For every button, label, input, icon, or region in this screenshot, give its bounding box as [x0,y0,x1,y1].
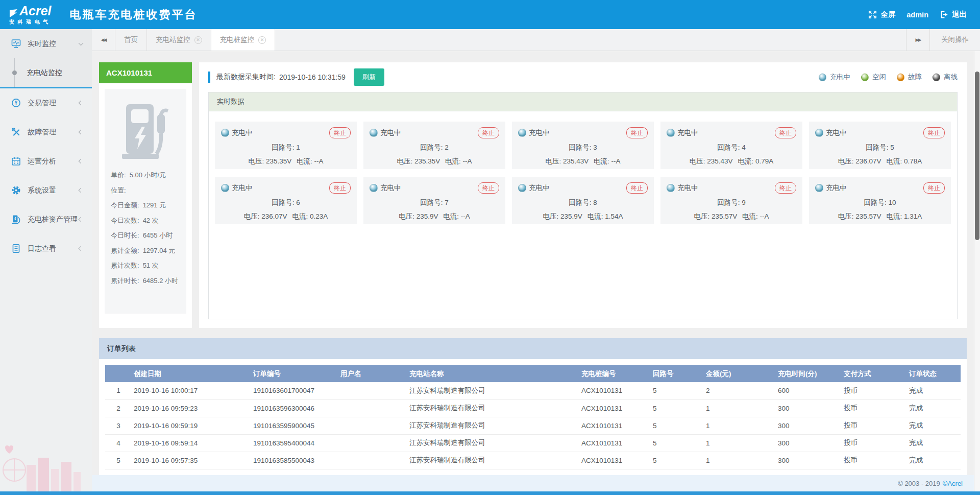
charging-status-ball-icon [221,129,229,137]
terminate-button[interactable]: 终止 [329,127,351,138]
status-ball-icon [933,74,940,81]
cell-charge-minutes: 300 [776,399,842,417]
table-row[interactable]: 2 2019-10-16 09:59:23 1910163596300046 江… [105,399,961,417]
cell-order-number: 1910163601700047 [251,382,338,399]
tab-home[interactable]: 首页 [115,29,147,51]
sidebar-item-transaction-management[interactable]: ¥ 交易管理 [0,88,92,117]
circuit-card: 充电中 终止 回路号: 5 电压: 236.0 [809,122,951,169]
brand-link[interactable]: ©Acrel [943,480,963,487]
scrollbar-thumb[interactable] [975,72,979,240]
current-label: 电流: [738,157,753,165]
circuit-card: 充电中 终止 回路号: 2 电压: 235.3 [363,122,505,169]
chevron-down-icon [79,40,84,45]
cell-order-number: 1910163595900045 [251,417,338,434]
voltage-value: 236.07V [261,213,287,220]
cell-circuit-number: 5 [651,452,704,469]
tab-label: 首页 [124,35,138,44]
cell-charge-minutes: 600 [776,382,842,399]
tab-label: 充电桩监控 [220,35,255,44]
sidebar-item-pile-asset-management[interactable]: 充电桩资产管理 [0,205,92,234]
table-row[interactable]: 4 2019-10-16 09:59:14 1910163595400044 江… [105,434,961,452]
current-user[interactable]: admin [906,11,928,19]
cell-charge-minutes: 300 [776,417,842,434]
cell-station-name: 江苏安科瑞制造有限公司 [407,452,579,469]
cell-pay-method: 投币 [842,417,907,434]
table-row[interactable]: 3 2019-10-16 09:59:19 1910163595900045 江… [105,417,961,434]
station-id: ACX1010131 [99,62,192,83]
tab-station-monitor[interactable]: 充电站监控 ✕ [147,29,211,51]
legend-label: 故障 [908,73,922,82]
terminate-button[interactable]: 终止 [478,182,499,194]
vertical-scrollbar[interactable] [974,51,980,491]
sidebar-item-charging-station-monitor[interactable]: 充电站监控 [0,58,92,87]
station-stat-row: 单价: 5.00 小时/元 [111,168,180,183]
status-ball-icon [861,74,869,81]
terminate-button[interactable]: 终止 [923,182,945,194]
table-row[interactable]: 5 2019-10-16 09:57:35 1910163585500043 江… [105,452,961,469]
row-index: 1 [105,382,132,399]
circuit-number-value: 5 [890,144,894,151]
current-label: 电流: [886,157,902,165]
terminate-button[interactable]: 终止 [329,182,351,194]
charging-status-ball-icon [370,129,378,137]
circuit-card: 充电中 终止 回路号: 10 电压: 235. [809,177,951,224]
charging-status-ball-icon [815,129,823,137]
logout-button[interactable]: 退出 [940,10,967,19]
stat-value: 1297.04 元 [143,243,176,258]
circuit-card: 充电中 终止 回路号: 9 电压: 235.5 [660,177,802,224]
sidebar-item-operation-analysis[interactable]: 运营分析 [0,147,92,176]
accent-bar [208,72,210,83]
cell-charge-minutes: 300 [776,434,842,452]
current-label: 电流: [292,213,308,220]
sidebar-item-log-view[interactable]: 日志查看 [0,234,92,263]
charging-status-ball-icon [518,129,526,137]
charging-status-ball-icon [667,129,675,137]
circuit-number-value: 6 [296,199,300,206]
stat-value: 51 次 [143,258,159,273]
station-summary-panel: ACX1010131 [99,62,192,328]
cell-station-name: 江苏安科瑞制造有限公司 [407,417,579,434]
cell-pay-method: 投币 [842,399,907,417]
log-document-icon [11,244,21,253]
terminate-button[interactable]: 终止 [775,127,796,138]
table-row[interactable]: 1 2019-10-16 10:00:17 1910163601700047 江… [105,382,961,399]
double-arrow-right-icon: ▶▶ [916,37,921,42]
terminate-button[interactable]: 终止 [923,127,945,138]
circuit-card: 充电中 终止 回路号: 8 电压: 235.9 [512,177,654,224]
cell-order-number: 1910163585500043 [251,452,338,469]
cell-create-date: 2019-10-16 09:59:19 [132,417,251,434]
monitor-panel: 最新数据采集时间: 2019-10-16 10:31:59 刷新 充电中 空闲 [199,62,967,328]
circuit-number-label: 回路号: [569,144,591,151]
circuit-number-label: 回路号: [864,199,886,206]
circuit-status-label: 充电中 [380,128,401,137]
terminate-button[interactable]: 终止 [478,127,499,138]
terminate-button[interactable]: 终止 [775,182,796,194]
circuit-status: 充电中 [518,128,550,137]
terminate-button[interactable]: 终止 [626,127,648,138]
fullscreen-button[interactable]: 全屏 [868,10,895,19]
cell-charge-minutes: 300 [776,452,842,469]
terminate-button[interactable]: 终止 [626,182,648,194]
sidebar-item-label: 日志查看 [28,244,79,253]
cell-create-date: 2019-10-16 09:59:14 [132,434,251,452]
sidebar: 实时监控 充电站监控 ¥ 交易管理 故障管理 [0,29,92,491]
close-tab-icon[interactable]: ✕ [194,36,202,44]
tabs-scroll-left-button[interactable]: ◀◀ [92,29,115,51]
sidebar-item-fault-management[interactable]: 故障管理 [0,117,92,147]
sidebar-item-system-settings[interactable]: 系统设置 [0,176,92,205]
status-ball-icon [819,74,826,81]
close-operations-button[interactable]: 关闭操作 [929,29,980,51]
tabs-scroll-right-button[interactable]: ▶▶ [906,29,929,51]
circuit-number-label: 回路号: [569,199,591,206]
tab-pile-monitor[interactable]: 充电桩监控 ✕ [211,29,276,51]
legend-label: 离线 [944,73,958,82]
cell-amount: 1 [704,434,776,452]
charging-status-ball-icon [221,184,229,192]
circuit-card: 充电中 终止 回路号: 4 电压: 235.4 [660,122,802,169]
refresh-button[interactable]: 刷新 [354,68,384,86]
sidebar-item-realtime-monitor[interactable]: 实时监控 [0,29,92,58]
close-tab-icon[interactable]: ✕ [258,36,266,44]
cell-username [338,399,407,417]
stat-label: 今日金额: [111,198,139,213]
legend-item: 空闲 [861,73,886,82]
